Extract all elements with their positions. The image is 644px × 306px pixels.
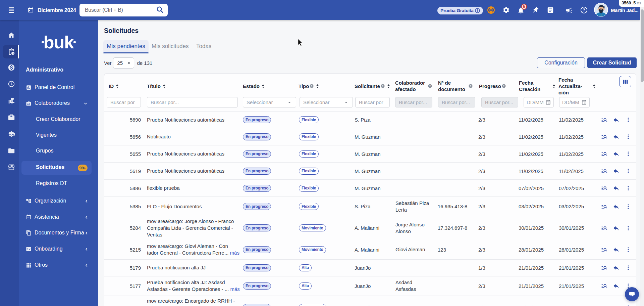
svg-text:?: ? [429, 85, 431, 88]
svg-text:?: ? [470, 85, 472, 88]
svg-text:?: ? [503, 85, 504, 88]
svg-text:?: ? [382, 85, 383, 88]
svg-text:?: ? [311, 85, 313, 88]
